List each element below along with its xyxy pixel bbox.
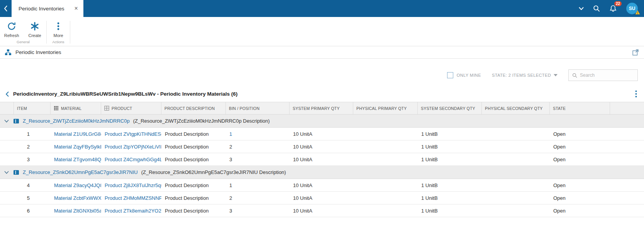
column-header-bin-position[interactable]: BIN / POSITION [226,102,290,114]
only-mine-toggle[interactable]: ONLY MINE [447,72,481,78]
table-header-row: ITEM MATERIAL PRODUCT PRODUCT DESCRIPTIO… [0,102,644,115]
grid-plus-icon [104,106,109,111]
search-box[interactable] [568,69,638,81]
material-link[interactable]: Material ZTgvom48QO59X [54,157,101,162]
material-link[interactable]: Material ZcbtFxWWX0fGCc [54,195,101,201]
system-primary-qty-cell: 10 UnitA [290,192,353,204]
column-header-physical-secondary-qty[interactable]: PHYSICAL SECONDARY QTY [482,102,550,114]
column-header-item[interactable]: ITEM [14,102,51,114]
filler-cell [610,179,644,191]
physical-primary-qty-cell [353,153,418,165]
system-secondary-qty-cell: 1 UnitB [418,140,482,153]
group-resource-description: (Z_Resource_ZSnkO62UmnPgE5aC7gsr3eJIR7NI… [141,169,286,175]
search-icon [572,73,577,78]
table-row: 5 Material ZcbtFxWWX0fGCc Product ZHMoMM… [0,192,644,204]
row-gutter [0,204,14,217]
column-header-system-secondary-qty[interactable]: SYSTEM SECONDARY QTY [418,102,482,114]
column-header-product[interactable]: PRODUCT [101,102,161,114]
periodic-inventory-table: ITEM MATERIAL PRODUCT PRODUCT DESCRIPTIO… [0,102,644,217]
section-title: PeriodicInventory_Z9LribiuWBRSeUWSrib1Ne… [13,91,237,97]
filler-cell [610,140,644,153]
tab-periodic-inventories[interactable]: Periodic Inventories × [12,0,83,17]
product-link[interactable]: Product ZHMoMMZSNNPl [105,195,161,201]
state-cell: Open [550,128,610,140]
table-row: 4 Material Z9acyQ4JQ8NrBS Product Zj8JX8… [0,179,644,192]
column-label: PHYSICAL PRIMARY QTY [356,106,407,111]
group-header-row: Z_Resource_ZiWTjZcEziiioM0kHzJmNDRRC0p (… [0,115,644,128]
product-description-cell: Product Description [161,204,226,217]
physical-primary-qty-cell [353,179,418,191]
group-resource-link[interactable]: Z_Resource_ZiWTjZcEziiioM0kHzJmNDRRC0p [23,118,130,124]
filler-cell [610,153,644,165]
product-link[interactable]: Product Zj8JX8TulJhzr5quv [105,182,161,188]
back-button[interactable] [0,0,12,17]
state-cell: Open [550,179,610,191]
product-description-cell: Product Description [161,153,226,165]
chevron-down-icon [554,74,558,76]
open-panel-button[interactable] [632,49,639,56]
collapse-group-button[interactable] [4,171,9,174]
table-row: 3 Material ZTgvom48QO59X Product Z4Cmgwh… [0,153,644,166]
material-link[interactable]: Material ZqyFBySylkBRlmy [54,144,101,150]
physical-primary-qty-cell [353,128,418,140]
open-in-window-icon [632,49,639,56]
section-header: PeriodicInventory_Z9LribiuWBRSeUWSrib1Ne… [0,82,644,102]
collapse-group-button[interactable] [4,120,9,123]
column-header-physical-primary-qty[interactable]: PHYSICAL PRIMARY QTY [353,102,418,114]
section-menu-button[interactable] [635,90,637,98]
hierarchy-icon [5,49,12,56]
filler-header-cell [610,102,644,114]
group-header-row: Z_Resource_ZSnkO62UmnPgE5aC7gsr3eJIR7NIU… [0,166,644,179]
group-resource-description: (Z_Resource_ZiWTjZcEziiioM0kHzJmNDRRC0p … [133,118,270,124]
table-row: 1 Material Z1U9LGrG8oq4w Product ZVtgpKi… [0,128,644,140]
refresh-label: Refresh [4,33,19,38]
group-resource-link[interactable]: Z_Resource_ZSnkO62UmnPgE5aC7gsr3eJIR7NIU [23,169,138,175]
state-cell: Open [550,192,610,204]
chevron-down-icon [579,7,584,10]
column-header-system-primary-qty[interactable]: SYSTEM PRIMARY QTY [290,102,353,114]
column-label: BIN / POSITION [229,106,259,111]
search-input[interactable] [580,73,634,78]
only-mine-checkbox[interactable] [447,72,453,78]
column-label: PHYSICAL SECONDARY QTY [485,106,543,111]
column-header-material[interactable]: MATERIAL [51,102,101,114]
product-link[interactable]: Product ZVtgpKiTHNdESgS [105,131,161,137]
refresh-button[interactable]: Refresh [0,17,23,39]
bin-position-cell: 2 [226,140,290,153]
page-title-bar: Periodic Inventories [0,46,644,59]
item-cell: 2 [14,140,51,153]
product-link[interactable]: Product ZtpYOPjNXeLiVIHS [105,144,161,150]
tab-close-icon[interactable]: × [75,5,78,12]
column-header-state[interactable]: STATE [550,102,610,114]
product-link[interactable]: Product Z4CmgwhGGg4Lq [105,157,161,162]
state-filter-dropdown[interactable]: STATE: 2 ITEMS SELECTED [492,73,558,78]
global-search-button[interactable] [593,5,600,12]
system-primary-qty-cell: 10 UnitA [290,153,353,165]
bin-position-cell: 3 [226,153,290,165]
material-link[interactable]: Material ZltGNXbi05amotc [54,208,101,214]
bin-position-cell[interactable]: 1 [226,128,290,140]
create-button[interactable]: Create [23,17,46,39]
physical-primary-qty-cell [353,204,418,217]
system-secondary-qty-cell: 1 UnitB [418,153,482,165]
tab-title: Periodic Inventories [19,6,64,12]
material-link[interactable]: Material Z9acyQ4JQ8NrBS [54,182,101,188]
system-primary-qty-cell: 10 UnitA [290,179,353,191]
material-link[interactable]: Material Z1U9LGrG8oq4w [54,131,101,137]
product-link[interactable]: Product ZTk8emaih2YO2u [105,208,161,214]
item-cell: 4 [14,179,51,191]
product-description-cell: Product Description [161,140,226,153]
notifications-button[interactable]: 22 [609,5,617,12]
item-cell: 5 [14,192,51,204]
column-header-product-description[interactable]: PRODUCT DESCRIPTION [161,102,226,114]
chevron-left-icon[interactable] [5,91,9,97]
product-description-cell: Product Description [161,128,226,140]
toolbar-group-label-actions: Actions [47,39,70,46]
more-button[interactable]: More [47,17,70,39]
chevron-down-icon [4,171,9,174]
toolbar-collapse-chevron[interactable] [579,7,584,10]
search-icon [593,5,600,12]
state-cell: Open [550,204,610,217]
resource-board-icon [13,118,19,124]
user-avatar[interactable]: SU [626,3,638,14]
